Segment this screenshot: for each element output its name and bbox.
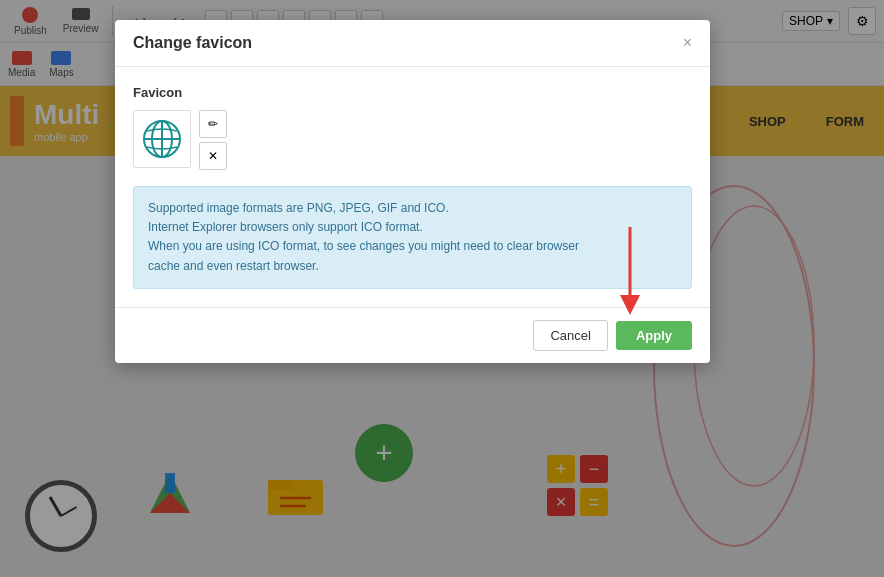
remove-favicon-button[interactable]: ✕ bbox=[199, 142, 227, 170]
modal-close-button[interactable]: × bbox=[683, 35, 692, 51]
favicon-actions: ✏ ✕ bbox=[199, 110, 227, 170]
favicon-globe-icon bbox=[142, 119, 182, 159]
change-favicon-modal: Change favicon × Favicon ✏ bbox=[115, 20, 710, 363]
pencil-icon: ✏ bbox=[208, 117, 218, 131]
info-line-1: Supported image formats are PNG, JPEG, G… bbox=[148, 199, 677, 218]
favicon-preview-box bbox=[133, 110, 191, 168]
info-line-3: When you are using ICO format, to see ch… bbox=[148, 237, 677, 256]
info-box: Supported image formats are PNG, JPEG, G… bbox=[133, 186, 692, 289]
modal-footer: Cancel Apply bbox=[115, 307, 710, 363]
modal-body: Favicon ✏ ✕ bbox=[115, 67, 710, 307]
info-line-2: Internet Explorer browsers only support … bbox=[148, 218, 677, 237]
apply-button[interactable]: Apply bbox=[616, 321, 692, 350]
modal-title: Change favicon bbox=[133, 34, 252, 52]
remove-icon: ✕ bbox=[208, 149, 218, 163]
cancel-button[interactable]: Cancel bbox=[533, 320, 607, 351]
favicon-section-label: Favicon bbox=[133, 85, 692, 100]
favicon-preview-row: ✏ ✕ bbox=[133, 110, 692, 170]
edit-favicon-button[interactable]: ✏ bbox=[199, 110, 227, 138]
info-line-4: cache and even restart browser. bbox=[148, 257, 677, 276]
modal-header: Change favicon × bbox=[115, 20, 710, 67]
